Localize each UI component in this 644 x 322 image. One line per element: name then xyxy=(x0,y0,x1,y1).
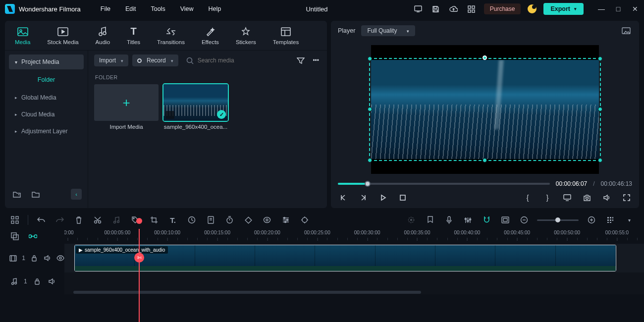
cloud-icon[interactable] xyxy=(448,3,459,14)
filter-icon[interactable] xyxy=(295,57,307,64)
sidebar-item-adjustment-layer[interactable]: Adjustment Layer xyxy=(9,124,84,139)
export-button[interactable]: Export▾ xyxy=(543,3,584,15)
timer-icon[interactable] xyxy=(223,214,235,226)
fullscreen-icon[interactable] xyxy=(621,192,632,203)
link-icon[interactable] xyxy=(27,230,39,242)
timeline-ruler[interactable]: 00:0000:00:05:0000:00:10:0000:00:15:0000… xyxy=(64,229,644,244)
frame-icon[interactable] xyxy=(499,214,511,226)
timeline-clip[interactable]: ▶sample_960x400_ocean_with_audio xyxy=(74,245,616,271)
mask-icon[interactable] xyxy=(261,214,273,226)
display-icon[interactable] xyxy=(562,192,573,203)
sidebar-item-global-media[interactable]: Global Media xyxy=(9,90,84,105)
maximize-button[interactable]: □ xyxy=(614,5,622,13)
handle-icon[interactable] xyxy=(598,107,602,111)
magnet-icon[interactable] xyxy=(481,214,492,226)
target-icon[interactable] xyxy=(405,214,417,226)
video-track-icon[interactable] xyxy=(9,253,17,263)
cut-icon[interactable] xyxy=(92,214,104,226)
brace-open-icon[interactable]: { xyxy=(522,192,533,203)
mute-icon[interactable] xyxy=(47,276,57,286)
menu-edit[interactable]: Edit xyxy=(125,5,136,12)
redo-icon[interactable] xyxy=(54,214,66,226)
mixer-icon[interactable] xyxy=(462,214,474,226)
sidebar-project-media[interactable]: Project Media xyxy=(9,54,84,69)
import-media-tile[interactable]: + Import Media xyxy=(94,84,159,130)
menu-tools[interactable]: Tools xyxy=(151,5,165,12)
color-icon[interactable] xyxy=(205,214,216,226)
brace-close-icon[interactable]: } xyxy=(542,192,553,203)
adjust-icon[interactable] xyxy=(280,214,292,226)
mic-icon[interactable] xyxy=(443,214,455,226)
undo-icon[interactable] xyxy=(35,214,47,226)
tag-icon[interactable] xyxy=(129,214,141,226)
handle-icon[interactable] xyxy=(598,56,602,61)
menu-help[interactable]: Help xyxy=(209,5,221,12)
scroll-thumb[interactable] xyxy=(73,291,421,294)
delete-icon[interactable] xyxy=(73,214,85,226)
lock-icon[interactable] xyxy=(30,253,38,263)
save-icon[interactable] xyxy=(430,3,441,14)
chevron-down-icon[interactable]: ▾ xyxy=(623,214,635,226)
eye-icon[interactable] xyxy=(56,253,64,263)
camera-icon[interactable] xyxy=(582,192,592,203)
video-track[interactable]: ▶sample_960x400_ocean_with_audio xyxy=(64,244,644,272)
apps-icon[interactable] xyxy=(466,3,477,14)
handle-icon[interactable] xyxy=(368,107,372,111)
sidebar-folder[interactable]: Folder xyxy=(9,71,84,88)
enhance-icon[interactable] xyxy=(299,214,311,226)
selection-box[interactable] xyxy=(369,58,601,161)
tab-stickers[interactable]: Stickers xyxy=(236,26,256,45)
record-dropdown[interactable]: Record xyxy=(132,54,178,66)
handle-icon[interactable] xyxy=(368,56,372,61)
tab-templates[interactable]: Templates xyxy=(273,26,299,45)
sidebar-item-cloud-media[interactable]: Cloud Media xyxy=(9,107,84,122)
zoom-knob-icon[interactable] xyxy=(555,217,560,222)
marker-icon[interactable] xyxy=(424,214,436,226)
keyframe-icon[interactable] xyxy=(242,214,254,226)
handle-icon[interactable] xyxy=(598,158,602,162)
player-canvas[interactable] xyxy=(331,41,639,178)
audio-track[interactable] xyxy=(64,272,644,290)
volume-icon[interactable] xyxy=(601,192,612,203)
tab-audio[interactable]: Audio xyxy=(96,26,110,45)
handle-icon[interactable] xyxy=(483,55,487,60)
theme-icon[interactable] xyxy=(528,4,537,13)
sidebar-collapse-button[interactable]: ‹ xyxy=(71,189,82,200)
folder-icon[interactable] xyxy=(30,188,42,200)
handle-icon[interactable] xyxy=(368,158,372,162)
tab-titles[interactable]: TTitles xyxy=(127,26,140,45)
layout-icon[interactable] xyxy=(9,214,21,226)
zoom-slider[interactable] xyxy=(537,219,579,221)
quality-dropdown[interactable]: Full Quality xyxy=(361,25,415,36)
zoom-out-icon[interactable] xyxy=(518,214,530,226)
tab-media[interactable]: Media xyxy=(15,26,30,45)
tab-stock-media[interactable]: Stock Media xyxy=(47,26,78,45)
track-manager-icon[interactable] xyxy=(9,230,21,242)
lock-icon[interactable] xyxy=(32,276,42,286)
progress-bar[interactable] xyxy=(338,183,550,185)
new-folder-icon[interactable] xyxy=(11,188,23,200)
next-frame-button[interactable] xyxy=(358,192,369,203)
zoom-in-icon[interactable] xyxy=(586,214,597,226)
music-cut-icon[interactable] xyxy=(110,214,122,226)
text-icon[interactable]: T. xyxy=(167,214,179,226)
prev-frame-button[interactable] xyxy=(338,192,349,203)
import-dropdown[interactable]: Import xyxy=(94,54,128,66)
purchase-button[interactable]: Purchase xyxy=(484,3,521,14)
search-input[interactable] xyxy=(198,57,257,64)
tab-effects[interactable]: Effects xyxy=(202,26,219,45)
mute-icon[interactable] xyxy=(43,253,51,263)
play-button[interactable] xyxy=(377,192,388,203)
crop-icon[interactable] xyxy=(148,214,160,226)
media-clip-tile[interactable]: ✓ sample_960x400_ocea... xyxy=(163,84,228,130)
more-icon[interactable]: ••• xyxy=(311,57,321,64)
device-icon[interactable] xyxy=(413,3,424,14)
close-button[interactable]: ✕ xyxy=(631,5,639,13)
menu-view[interactable]: View xyxy=(180,5,194,12)
minimize-button[interactable]: ― xyxy=(597,5,605,13)
stop-button[interactable] xyxy=(397,192,408,203)
audio-track-icon[interactable] xyxy=(9,276,19,286)
timeline-scrollbar[interactable] xyxy=(64,290,644,294)
handle-icon[interactable] xyxy=(483,158,487,162)
menu-file[interactable]: File xyxy=(101,5,110,12)
